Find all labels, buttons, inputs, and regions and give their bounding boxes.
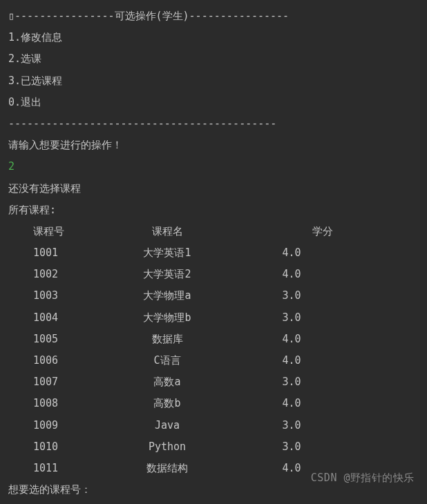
table-row: 1002大学英语24.0	[8, 264, 419, 285]
table-row: 1005数据库4.0	[8, 329, 419, 350]
cell-name: Java	[91, 415, 243, 436]
cell-credit: 3.0	[243, 371, 340, 393]
th-id: 课程号	[8, 221, 91, 242]
cell-name: 数据库	[91, 329, 243, 350]
cell-id: 1008	[8, 393, 91, 414]
cell-id: 1006	[8, 350, 91, 371]
cell-name: 大学英语1	[91, 242, 243, 264]
table-row: 1009Java3.0	[8, 415, 419, 436]
cell-id: 1011	[8, 458, 91, 479]
cell-name: 大学英语2	[91, 264, 243, 285]
th-credit: 学分	[243, 221, 340, 242]
cell-credit: 4.0	[243, 350, 340, 371]
table-row: 1007高数a3.0	[8, 371, 419, 393]
cell-id: 1004	[8, 307, 91, 329]
table-row: 1008高数b4.0	[8, 393, 419, 414]
cell-credit: 3.0	[243, 285, 340, 307]
menu-item-0[interactable]: 0.退出	[8, 92, 419, 113]
cell-credit: 4.0	[243, 329, 340, 350]
cell-credit: 4.0	[243, 242, 340, 264]
divider: ----------------------------------------…	[8, 113, 419, 135]
cell-name: 高数a	[91, 371, 243, 393]
cell-credit: 3.0	[243, 307, 340, 329]
table-row: 1001大学英语14.0	[8, 242, 419, 264]
table-header: 课程号 课程名 学分	[8, 221, 419, 242]
cell-id: 1009	[8, 415, 91, 436]
all-courses-label: 所有课程:	[8, 200, 419, 221]
cell-id: 1007	[8, 371, 91, 393]
menu-item-1[interactable]: 1.修改信息	[8, 27, 419, 48]
cell-id: 1003	[8, 285, 91, 307]
cell-name: 大学物理a	[91, 285, 243, 307]
prompt-action: 请输入想要进行的操作！	[8, 135, 419, 156]
no-selection-msg: 还没有选择课程	[8, 178, 419, 200]
cell-id: 1010	[8, 436, 91, 458]
cell-id: 1005	[8, 329, 91, 350]
table-row: 1004大学物理b3.0	[8, 307, 419, 329]
cell-id: 1002	[8, 264, 91, 285]
cell-credit: 4.0	[243, 264, 340, 285]
table-row: 1010Python3.0	[8, 436, 419, 458]
cell-name: C语言	[91, 350, 243, 371]
cell-name: 数据结构	[91, 458, 243, 479]
menu-header: ▯----------------可选操作(学生)---------------…	[8, 6, 419, 27]
cell-credit: 3.0	[243, 436, 340, 458]
menu-item-3[interactable]: 3.已选课程	[8, 70, 419, 92]
cell-name: Python	[91, 436, 243, 458]
cell-name: 大学物理b	[91, 307, 243, 329]
table-row: 1006C语言4.0	[8, 350, 419, 371]
cell-credit: 4.0	[243, 393, 340, 414]
cell-name: 高数b	[91, 393, 243, 414]
user-input-value[interactable]: 2	[8, 156, 419, 177]
cell-id: 1001	[8, 242, 91, 264]
menu-item-2[interactable]: 2.选课	[8, 48, 419, 70]
cell-credit: 3.0	[243, 415, 340, 436]
table-row: 1003大学物理a3.0	[8, 285, 419, 307]
th-name: 课程名	[91, 221, 243, 242]
watermark: CSDN @野指针的快乐	[311, 467, 415, 489]
